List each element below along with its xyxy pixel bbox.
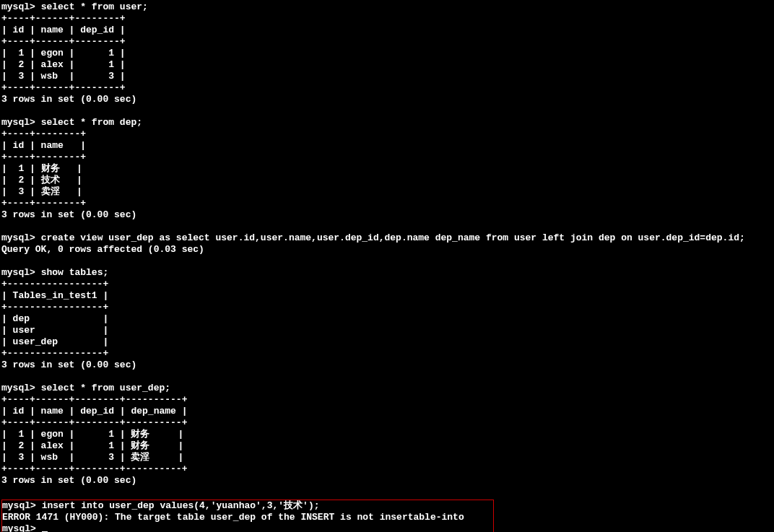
table-header: | id | name | dep_id |: [1, 25, 773, 36]
table-header: | id | name | dep_id | dep_name |: [1, 406, 773, 417]
table-border: +----+--------+: [1, 152, 773, 163]
table-row: | 2 | 技术 |: [1, 175, 773, 186]
table-border: +-----------------+: [1, 302, 773, 313]
result-summary: 3 rows in set (0.00 sec): [1, 209, 773, 221]
table-border: +----+------+--------+----------+: [1, 463, 773, 475]
prompt-line[interactable]: mysql> show tables;: [1, 267, 773, 279]
table-row: | user |: [1, 325, 773, 336]
result-summary: Query OK, 0 rows affected (0.03 sec): [1, 244, 773, 256]
prompt: mysql>: [1, 117, 35, 128]
table-border: +----+--------+: [1, 128, 773, 140]
blank-line: [1, 256, 773, 267]
table-border: +----+------+--------+----------+: [1, 394, 773, 406]
table-row: | 3 | 卖淫 |: [1, 186, 773, 198]
query-text: create view user_dep as select user.id,u…: [41, 232, 745, 243]
prompt-line[interactable]: mysql> select * from dep;: [1, 117, 773, 128]
blank-line: [1, 487, 773, 498]
result-summary: 3 rows in set (0.00 sec): [1, 359, 773, 371]
table-row: | 3 | wsb | 3 |: [1, 71, 773, 82]
query-text: select * from user_dep;: [41, 383, 170, 393]
table-header: | id | name |: [1, 140, 773, 152]
table-header: | Tables_in_test1 |: [1, 290, 773, 302]
query-text: insert into user_dep values(4,'yuanhao',…: [42, 500, 320, 511]
table-border: +----+--------+: [1, 198, 773, 209]
table-border: +----+------+--------+----------+: [1, 417, 773, 429]
prompt-line[interactable]: mysql> insert into user_dep values(4,'yu…: [2, 500, 493, 512]
prompt: mysql>: [1, 267, 35, 278]
result-summary: 3 rows in set (0.00 sec): [1, 94, 773, 105]
blank-line: [1, 105, 773, 117]
query-text: select * from dep;: [41, 117, 142, 128]
error-highlight-box: mysql> insert into user_dep values(4,'yu…: [1, 500, 494, 532]
prompt-line[interactable]: mysql> select * from user_dep;: [1, 383, 773, 394]
terminal-output: mysql> select * from user; +----+------+…: [0, 0, 774, 532]
table-border: +-----------------+: [1, 279, 773, 290]
table-row: | 1 | egon | 1 | 财务 |: [1, 429, 773, 440]
table-row: | 3 | wsb | 3 | 卖淫 |: [1, 452, 773, 463]
blank-line: [1, 221, 773, 232]
table-border: +-----------------+: [1, 348, 773, 359]
table-row: | 2 | alex | 1 |: [1, 59, 773, 71]
prompt: mysql>: [2, 500, 36, 511]
table-border: +----+------+--------+: [1, 13, 773, 25]
error-message: ERROR 1471 (HY000): The target table use…: [2, 512, 493, 523]
prompt-line[interactable]: mysql> create view user_dep as select us…: [1, 232, 773, 244]
prompt: mysql>: [1, 232, 35, 243]
table-row: | 1 | egon | 1 |: [1, 48, 773, 59]
table-row: | dep |: [1, 313, 773, 325]
table-border: +----+------+--------+: [1, 82, 773, 94]
query-text: show tables;: [41, 267, 109, 278]
table-row: | 1 | 财务 |: [1, 163, 773, 175]
prompt: mysql>: [2, 523, 36, 532]
table-border: +----+------+--------+: [1, 36, 773, 48]
table-row: | 2 | alex | 1 | 财务 |: [1, 440, 773, 452]
result-summary: 3 rows in set (0.00 sec): [1, 475, 773, 487]
prompt: mysql>: [1, 383, 35, 393]
table-row: | user_dep |: [1, 336, 773, 348]
query-text: select * from user;: [41, 1, 148, 12]
prompt-line[interactable]: mysql> select * from user;: [1, 1, 773, 13]
prompt-line[interactable]: mysql>: [2, 523, 493, 532]
prompt: mysql>: [1, 1, 35, 12]
blank-line: [1, 371, 773, 383]
